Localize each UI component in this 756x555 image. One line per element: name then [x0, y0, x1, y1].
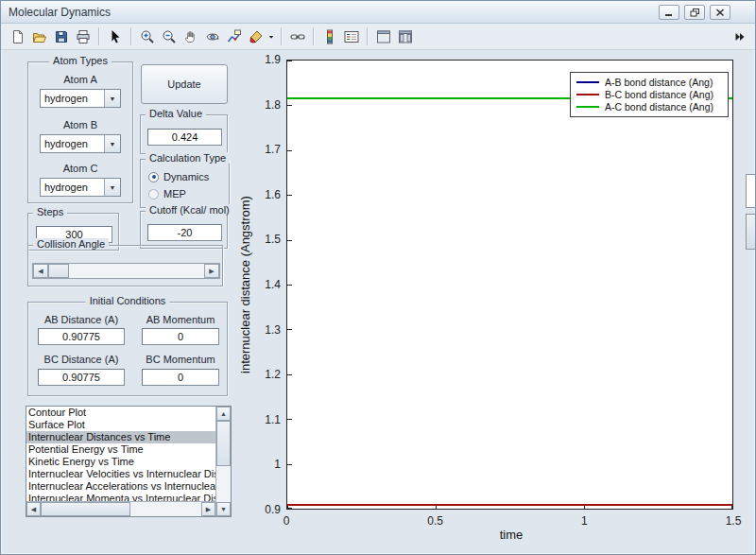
collision-angle-slider[interactable]: ◀ ▶	[32, 263, 220, 279]
plot-type-listbox[interactable]: Contour Plot Surface Plot Internuclear D…	[26, 406, 232, 517]
scroll-left-arrow[interactable]: ◀	[26, 502, 41, 516]
cutoff-input[interactable]	[147, 224, 222, 241]
radio-dynamics[interactable]: Dynamics	[148, 171, 209, 182]
plot-area[interactable]: A-B bond distance (Ang) B-C bond distanc…	[286, 60, 733, 510]
series-line-bc	[287, 504, 732, 506]
atom-b-select[interactable]: hydrogen ▼	[40, 134, 121, 153]
clipped-scrollbar-thumb[interactable]	[746, 214, 756, 250]
list-item[interactable]: Internuclear Velocities vs Internuclear …	[26, 468, 215, 480]
atom-c-select[interactable]: hydrogen ▼	[40, 178, 121, 197]
ab-distance-label: AB Distance (A)	[38, 314, 125, 325]
bc-distance-input[interactable]	[38, 369, 125, 386]
print-icon	[76, 29, 91, 44]
data-cursor-icon	[227, 29, 242, 44]
rotate-3d-icon	[205, 29, 220, 44]
update-button[interactable]: Update	[141, 64, 228, 104]
legend-label: A-B bond distance (Ang)	[605, 77, 713, 88]
atom-a-select[interactable]: hydrogen ▼	[40, 89, 121, 108]
y-tickmark	[287, 464, 292, 465]
restore-icon	[690, 9, 700, 17]
list-item[interactable]: Internuclear Accelerations vs Internucle…	[26, 480, 215, 493]
show-plot-tools-button[interactable]	[394, 26, 416, 47]
y-tickmark	[287, 240, 292, 241]
y-tickmark	[287, 419, 292, 420]
list-item[interactable]: Internuclear Momenta vs Internuclear Dis…	[26, 493, 215, 501]
toolbar-overflow-button[interactable]	[732, 29, 747, 44]
save-figure-button[interactable]	[50, 26, 72, 47]
brush-button[interactable]	[245, 26, 266, 47]
minimize-button[interactable]	[659, 5, 679, 20]
bc-momentum-input[interactable]	[142, 369, 219, 386]
ab-momentum-label: AB Momentum	[142, 314, 219, 325]
atom-types-title: Atom Types	[49, 55, 112, 66]
atom-c-value: hydrogen	[41, 182, 104, 193]
slider-thumb[interactable]	[48, 264, 69, 278]
ab-momentum-input[interactable]	[142, 328, 219, 345]
list-item[interactable]: Kinetic Energy vs Time	[26, 456, 215, 468]
figure-content: Atom Types Atom A hydrogen ▼ Atom B hydr…	[1, 50, 756, 555]
window-controls	[659, 5, 730, 20]
legend-row: A-C bond distance (Ang)	[576, 101, 722, 113]
cutoff-title: Cutoff (Kcal/ mol)	[146, 204, 233, 216]
zoom-in-button[interactable]	[136, 26, 158, 47]
data-cursor-button[interactable]	[223, 26, 245, 47]
collision-angle-panel: Collision Angle ◀ ▶	[27, 245, 223, 286]
edit-plot-button[interactable]	[104, 26, 126, 47]
scroll-right-arrow[interactable]: ▶	[201, 502, 215, 516]
new-figure-button[interactable]	[7, 26, 28, 47]
list-item-selected[interactable]: Internuclear Distances vs Time	[26, 431, 215, 443]
insert-legend-button[interactable]	[340, 26, 362, 47]
insert-colorbar-button[interactable]	[318, 26, 340, 47]
close-button[interactable]	[710, 5, 730, 20]
y-tick: 1.5	[239, 234, 281, 245]
chevron-down-icon	[268, 29, 274, 44]
scroll-thumb[interactable]	[41, 502, 130, 516]
plot-legend[interactable]: A-B bond distance (Ang) B-C bond distanc…	[570, 72, 729, 117]
link-plots-button[interactable]	[286, 26, 308, 47]
brush-dropdown-button[interactable]	[266, 26, 276, 47]
delta-value-input[interactable]	[147, 129, 222, 146]
slider-left-arrow[interactable]: ◀	[33, 264, 48, 278]
toolbar-separator	[313, 27, 314, 45]
arrow-cursor-icon	[108, 29, 123, 44]
slider-right-arrow[interactable]: ▶	[204, 264, 219, 278]
scroll-thumb[interactable]	[216, 421, 231, 466]
atom-a-value: hydrogen	[41, 93, 104, 104]
restore-button[interactable]	[684, 5, 705, 20]
legend-line-sample	[576, 94, 599, 95]
y-tick: 1.2	[239, 369, 281, 380]
scroll-track[interactable]	[216, 421, 231, 502]
scroll-up-arrow[interactable]: ▲	[216, 407, 231, 421]
listbox-horizontal-scrollbar[interactable]: ◀ ▶	[26, 501, 215, 516]
ab-distance-input[interactable]	[38, 328, 125, 345]
delta-value-panel: Delta Value	[140, 114, 228, 154]
app-window: Molecular Dynamics	[0, 0, 756, 555]
list-item[interactable]: Surface Plot	[26, 419, 215, 431]
open-file-button[interactable]	[28, 26, 50, 47]
calculation-type-panel: Calculation Type Dynamics MEP	[140, 159, 230, 208]
zoom-out-button[interactable]	[158, 26, 180, 47]
clipped-scrollbar-track[interactable]	[746, 174, 756, 208]
legend-label: B-C bond distance (Ang)	[605, 89, 713, 100]
hide-plot-tools-button[interactable]	[372, 26, 394, 47]
listbox-vertical-scrollbar[interactable]: ▲ ▼	[215, 407, 231, 516]
radio-mep[interactable]: MEP	[148, 188, 186, 199]
title-bar[interactable]: Molecular Dynamics	[1, 1, 755, 24]
x-tick-labels: 0 0.5 1 1.5	[272, 514, 747, 528]
legend-line-sample	[576, 81, 599, 83]
radio-unselected-icon	[148, 189, 159, 199]
pan-button[interactable]	[180, 26, 201, 47]
y-tickmark	[287, 285, 292, 286]
scroll-down-arrow[interactable]: ▼	[216, 502, 231, 516]
print-figure-button[interactable]	[72, 26, 94, 47]
y-tickmark	[287, 195, 292, 196]
y-tickmark	[287, 374, 292, 375]
slider-track[interactable]	[48, 264, 204, 278]
y-tickmark	[287, 329, 292, 330]
rotate-3d-button[interactable]	[201, 26, 223, 47]
link-plots-icon	[290, 29, 305, 44]
collision-angle-title: Collision Angle	[33, 238, 109, 250]
scroll-track[interactable]	[41, 502, 201, 516]
list-item[interactable]: Potential Energy vs Time	[26, 443, 215, 456]
list-item[interactable]: Contour Plot	[26, 407, 215, 419]
